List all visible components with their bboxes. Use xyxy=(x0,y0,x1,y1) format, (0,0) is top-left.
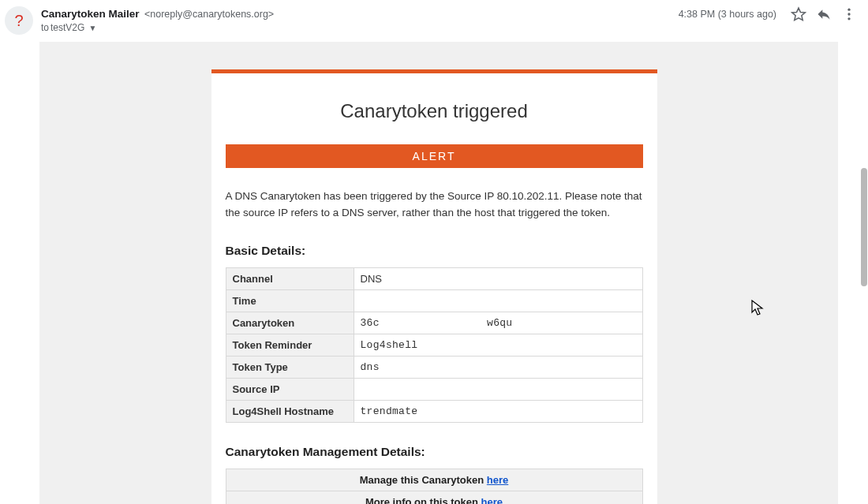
table-row: Time xyxy=(226,289,642,312)
more-icon[interactable] xyxy=(841,6,857,22)
mgmt-info-prefix: More info on this token xyxy=(365,496,481,504)
to-line[interactable]: to testV2G ▼ xyxy=(41,22,679,33)
from-address: <noreply@canarytokens.org> xyxy=(144,9,274,20)
info-link[interactable]: here xyxy=(481,496,503,504)
avatar: ? xyxy=(5,6,33,35)
svg-point-1 xyxy=(847,13,850,15)
value-canarytoken: 36c w6qu xyxy=(354,312,642,334)
email-header: ? Canarytoken Mailer <noreply@canarytoke… xyxy=(0,0,868,41)
label-l4shost: Log4Shell Hostname xyxy=(226,400,354,422)
basic-details-table: Channel DNS Time Canarytoken 36c w6qu To… xyxy=(226,267,643,423)
card-title: Canarytoken triggered xyxy=(226,100,643,122)
value-tokentype: dns xyxy=(354,356,642,378)
label-time: Time xyxy=(226,289,354,312)
basic-details-heading: Basic Details: xyxy=(226,244,643,258)
summary-text: A DNS Canarytoken has been triggered by … xyxy=(226,189,643,222)
label-sourceip: Source IP xyxy=(226,378,354,400)
svg-point-0 xyxy=(847,9,850,11)
to-recipient: testV2G xyxy=(51,22,84,33)
email-body-area: Canarytoken triggered ALERT A DNS Canary… xyxy=(0,41,868,504)
from-name: Canarytoken Mailer xyxy=(41,8,140,20)
right-gutter xyxy=(838,42,860,504)
table-row: Log4Shell Hostname trendmate xyxy=(226,400,642,422)
svg-point-2 xyxy=(847,17,850,20)
alert-bar: ALERT xyxy=(226,144,643,168)
table-row: Token Type dns xyxy=(226,356,642,378)
mgmt-manage-row: Manage this Canarytoken here xyxy=(226,469,643,491)
reply-icon[interactable] xyxy=(816,6,832,22)
label-canarytoken: Canarytoken xyxy=(226,312,354,334)
alert-card: Canarytoken triggered ALERT A DNS Canary… xyxy=(211,69,657,504)
avatar-char: ? xyxy=(14,12,23,30)
scrollbar-thumb[interactable] xyxy=(861,168,867,286)
value-time xyxy=(354,289,642,312)
token-fragment-a: 36c xyxy=(361,317,380,329)
value-l4shost: trendmate xyxy=(354,400,642,422)
label-channel: Channel xyxy=(226,267,354,289)
value-reminder: Log4shell xyxy=(354,334,642,356)
table-row: Channel DNS xyxy=(226,267,642,289)
mgmt-heading: Canarytoken Management Details: xyxy=(226,445,643,459)
mgmt-info-row: More info on this token here xyxy=(226,491,643,504)
from-block: Canarytoken Mailer <noreply@canarytokens… xyxy=(41,6,679,33)
timestamp: 4:38 PM (3 hours ago) xyxy=(679,9,776,20)
value-channel: DNS xyxy=(354,267,642,289)
table-row: Source IP xyxy=(226,378,642,400)
mgmt-manage-prefix: Manage this Canarytoken xyxy=(360,474,487,486)
token-fragment-b: w6qu xyxy=(487,317,512,329)
left-gutter xyxy=(0,42,39,504)
label-reminder: Token Reminder xyxy=(226,334,354,356)
star-icon[interactable] xyxy=(791,6,806,22)
header-actions: 4:38 PM (3 hours ago) xyxy=(679,6,857,22)
table-row: Canarytoken 36c w6qu xyxy=(226,312,642,334)
to-prefix: to xyxy=(41,22,49,33)
label-tokentype: Token Type xyxy=(226,356,354,378)
value-sourceip xyxy=(354,378,642,400)
manage-link[interactable]: here xyxy=(487,474,508,486)
table-row: Token Reminder Log4shell xyxy=(226,334,642,356)
scrollbar-track[interactable] xyxy=(860,42,868,504)
chevron-down-icon[interactable]: ▼ xyxy=(88,24,96,32)
